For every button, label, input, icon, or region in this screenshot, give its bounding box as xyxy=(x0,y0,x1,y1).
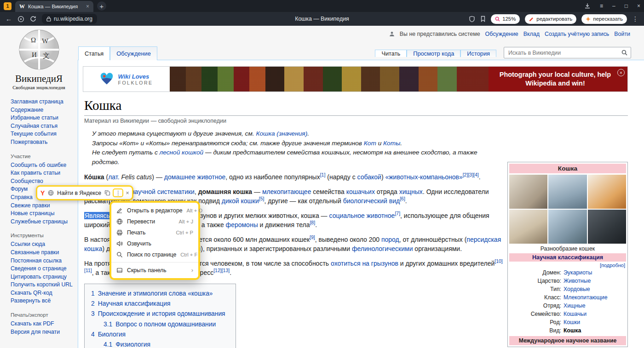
sidebar-item-contents[interactable]: Содержание xyxy=(11,106,75,114)
toc-item[interactable]: 3Происхождение и история одомашнивания xyxy=(91,309,225,319)
maximize-button[interactable]: □ xyxy=(625,3,628,9)
taxobox-value-link[interactable]: Кошачьи xyxy=(564,310,586,318)
taxobox-value-link[interactable]: Млекопитающие xyxy=(564,293,608,302)
toc-item[interactable]: 1Значение и этимология слова «кошка» xyxy=(91,289,225,299)
sidebar-item-featured[interactable]: Избранные статьи xyxy=(11,114,75,122)
menu-item-hide-panel[interactable]: Скрыть панель › xyxy=(111,264,198,276)
bookmark-flag-icon[interactable] xyxy=(480,16,486,22)
reference-link[interactable]: [4] xyxy=(473,172,479,178)
sidebar-item-random[interactable]: Случайная статья xyxy=(11,122,75,131)
text-link[interactable]: кошачьих xyxy=(346,188,375,195)
reference-link[interactable]: [2] xyxy=(463,172,468,178)
edit-page-button[interactable]: редактировать xyxy=(525,14,576,24)
cat-photo[interactable] xyxy=(588,175,626,209)
personal-contributions-link[interactable]: Вклад xyxy=(523,31,540,37)
sidebar-item-printable-version[interactable]: Версия для печати xyxy=(11,328,75,337)
cat-photo[interactable] xyxy=(548,210,586,244)
reference-link[interactable]: [13] xyxy=(222,268,230,274)
sidebar-item-short-url[interactable]: Получить короткий URL xyxy=(11,281,75,289)
assistant-icon[interactable] xyxy=(17,16,24,23)
text-link[interactable]: научной систематики xyxy=(131,188,195,195)
text-link[interactable]: пород xyxy=(381,236,399,243)
taxobox-value-link[interactable]: Кошки xyxy=(564,318,580,326)
text-link[interactable]: биологический вид xyxy=(343,197,400,205)
sidebar-item-cite-page[interactable]: Цитировать страницу xyxy=(11,273,75,281)
toc-item[interactable]: 2Научная классификация xyxy=(91,299,225,309)
zoom-indicator[interactable]: 125% xyxy=(491,14,520,24)
taxobox-value-link[interactable]: Эукариоты xyxy=(564,268,592,277)
reference-link[interactable]: [12] xyxy=(213,268,222,274)
reference-link[interactable]: [8] xyxy=(310,220,315,226)
window-close-button[interactable]: × xyxy=(637,3,640,9)
menu-item-find-on-page[interactable]: Поиск по странице Ctrl + F xyxy=(111,249,198,260)
cat-photo[interactable] xyxy=(548,175,586,209)
wiki-loves-folklore-banner[interactable]: Wiki Loves FOLKLORE Photograph your loca… xyxy=(83,66,628,92)
menu-item-print[interactable]: Печать Ctrl + P xyxy=(111,227,198,238)
cat-photo[interactable] xyxy=(588,210,626,244)
browser-menu-icon[interactable]: ≡ xyxy=(600,3,603,9)
reload-icon[interactable] xyxy=(30,16,36,22)
menu-item-speak[interactable]: Озвучить xyxy=(111,238,198,249)
toolbar-kebab-icon[interactable]: ⋮ xyxy=(114,189,122,196)
tab-read[interactable]: Читать xyxy=(375,50,407,57)
reference-link[interactable]: [10] xyxy=(494,259,503,264)
search-icon[interactable] xyxy=(621,50,627,56)
sidebar-item-report-error[interactable]: Сообщить об ошибке xyxy=(11,161,75,170)
sidebar-item-qr-code[interactable]: Скачать QR-код xyxy=(11,289,75,297)
taxobox-details-link[interactable]: [подробно] xyxy=(600,262,625,268)
menu-item-translate[interactable]: Перевести Alt + J xyxy=(111,216,198,227)
address-field[interactable]: ru.wikipedia.org xyxy=(42,14,97,24)
sidebar-item-expand-all[interactable]: Развернуть всё xyxy=(11,297,75,305)
cat-photo[interactable] xyxy=(509,175,547,209)
sidebar-item-page-info[interactable]: Сведения о странице xyxy=(11,265,75,273)
tab-group-indicator[interactable]: 1 xyxy=(4,2,12,10)
tab-history[interactable]: История xyxy=(460,50,496,57)
text-link[interactable]: феромоны xyxy=(226,221,258,228)
login-link[interactable]: Войти xyxy=(614,31,630,37)
sidebar-item-community[interactable]: Сообщество xyxy=(11,177,75,186)
find-in-yandex-button[interactable]: Найти в Яндексе xyxy=(57,190,101,196)
text-link[interactable]: Коты xyxy=(383,140,400,147)
tab-talk[interactable]: Обсуждение xyxy=(110,46,157,60)
protect-icon[interactable] xyxy=(469,16,475,23)
text-link[interactable]: Кошка (значения) xyxy=(256,130,307,137)
menu-item-open-in-editor[interactable]: Открыть в редакторе Alt + O xyxy=(111,205,198,216)
reference-link[interactable]: [11] xyxy=(84,268,92,274)
wiki-search-input[interactable] xyxy=(508,50,621,56)
sidebar-item-donate[interactable]: Пожертвовать xyxy=(11,138,75,147)
kebab-menu-icon[interactable]: ⋮ xyxy=(632,15,638,23)
text-link[interactable]: домашнее животное xyxy=(164,173,225,181)
reference-link[interactable]: [7] xyxy=(395,211,400,217)
taxobox-value-link[interactable]: Хордовые xyxy=(564,285,590,293)
retell-button[interactable]: пересказать xyxy=(581,14,627,24)
text-link[interactable]: социальное животное xyxy=(329,212,395,219)
sidebar-item-permanent-link[interactable]: Постоянная ссылка xyxy=(11,257,75,265)
tab-view-source[interactable]: Просмотр кода xyxy=(407,50,460,57)
sidebar-item-current-events[interactable]: Текущие события xyxy=(11,130,75,138)
taxobox-value-link[interactable]: Хищные xyxy=(564,302,586,310)
text-link[interactable]: фелинологическими xyxy=(352,245,413,252)
toc-item[interactable]: 4Биология xyxy=(91,330,225,340)
sidebar-item-related-changes[interactable]: Связанные правки xyxy=(11,249,75,257)
sidebar-item-download-pdf[interactable]: Скачать как PDF xyxy=(11,320,75,328)
downloads-icon[interactable] xyxy=(584,3,591,9)
copy-icon[interactable] xyxy=(104,190,110,196)
taxobox-value-link[interactable]: Животные xyxy=(564,277,591,285)
wiki-search-box[interactable] xyxy=(504,47,631,58)
sidebar-item-new-pages[interactable]: Новые страницы xyxy=(11,210,75,218)
reference-link[interactable]: [5] xyxy=(259,196,264,202)
cat-photo[interactable] xyxy=(509,210,547,244)
text-link[interactable]: млекопитающее xyxy=(262,188,311,195)
banner-close-icon[interactable]: × xyxy=(617,69,625,76)
text-link[interactable]: Кот xyxy=(364,140,376,147)
text-link[interactable]: дикой кошки xyxy=(222,197,259,205)
personal-talk-link[interactable]: Обсуждение xyxy=(485,31,518,37)
back-icon[interactable]: ← xyxy=(6,15,12,23)
sidebar-item-how-to-edit[interactable]: Как править статьи xyxy=(11,169,75,177)
sidebar-item-what-links-here[interactable]: Ссылки сюда xyxy=(11,240,75,249)
text-link[interactable]: хищных xyxy=(399,188,423,195)
toc-item[interactable]: 4.1Физиология xyxy=(104,340,225,348)
toolbar-close-icon[interactable]: × xyxy=(126,189,129,196)
reference-link[interactable]: [1] xyxy=(320,172,326,178)
reference-link[interactable]: [9] xyxy=(310,235,315,240)
